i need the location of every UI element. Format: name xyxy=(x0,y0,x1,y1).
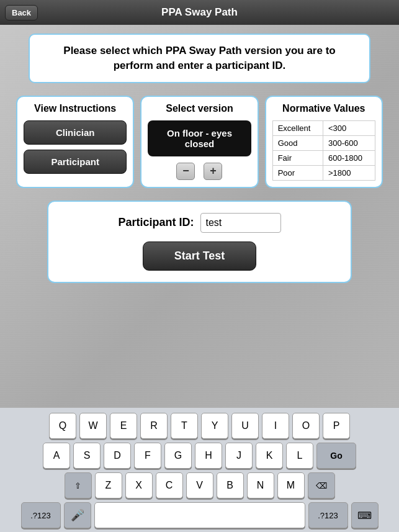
key-i[interactable]: I xyxy=(262,413,289,439)
start-test-button[interactable]: Start Test xyxy=(143,241,257,271)
key-m[interactable]: M xyxy=(277,472,305,498)
norm-value: <300 xyxy=(323,120,375,135)
keyboard-row-3: ⇧ZXCVBNM⌫ xyxy=(2,472,397,498)
version-display: On floor - eyes closed xyxy=(148,120,251,156)
panel-version: Select version On floor - eyes closed − … xyxy=(140,96,258,188)
key-s[interactable]: S xyxy=(73,443,101,469)
panel-instructions-title: View Instructions xyxy=(24,103,127,114)
panel-instructions: View Instructions Clinician Participant xyxy=(16,96,134,188)
key-z[interactable]: Z xyxy=(95,472,122,498)
back-button[interactable]: Back xyxy=(5,5,38,20)
participant-button[interactable]: Participant xyxy=(24,150,127,174)
key-k[interactable]: K xyxy=(256,443,283,469)
version-minus-button[interactable]: − xyxy=(176,163,195,180)
panel-normative: Normative Values Excellent<300Good300-60… xyxy=(265,96,383,188)
panel-normative-title: Normative Values xyxy=(272,103,375,114)
norm-value: 300-600 xyxy=(323,135,375,150)
special-key[interactable]: .?123 xyxy=(21,502,61,528)
key-c[interactable]: C xyxy=(156,472,183,498)
key-f[interactable]: F xyxy=(134,443,161,469)
key-t[interactable]: T xyxy=(171,413,198,439)
version-plus-button[interactable]: + xyxy=(204,163,222,180)
key-b[interactable]: B xyxy=(217,472,244,498)
panel-version-title: Select version xyxy=(148,103,251,114)
norm-value: >1800 xyxy=(323,165,375,180)
space-key[interactable] xyxy=(94,502,305,528)
instruction-box: Please select which PPA Sway Path versio… xyxy=(29,34,370,83)
participant-section: Participant ID: Start Test xyxy=(47,201,352,283)
normative-table: Excellent<300Good300-600Fair600-1800Poor… xyxy=(272,120,375,181)
instructions-buttons: Clinician Participant xyxy=(24,120,127,174)
keyboard-row-2: ASDFGHJKLGo xyxy=(2,443,397,469)
norm-label: Poor xyxy=(272,165,323,180)
special-key-right[interactable]: .?123 xyxy=(308,502,348,528)
version-controls: − + xyxy=(148,163,251,180)
key-d[interactable]: D xyxy=(104,443,131,469)
delete-key[interactable]: ⌫ xyxy=(308,472,335,498)
key-g[interactable]: G xyxy=(164,443,192,469)
key-w[interactable]: W xyxy=(79,413,107,439)
key-e[interactable]: E xyxy=(110,413,137,439)
key-x[interactable]: X xyxy=(125,472,153,498)
main-content: Please select which PPA Sway Path versio… xyxy=(0,25,399,283)
key-v[interactable]: V xyxy=(186,472,213,498)
key-a[interactable]: A xyxy=(43,443,70,469)
participant-row: Participant ID: xyxy=(61,213,338,233)
keyboard-row-1: QWERTYUIOP xyxy=(2,413,397,439)
panels-row: View Instructions Clinician Participant … xyxy=(16,96,383,188)
emoji-key[interactable]: ⌨ xyxy=(351,502,379,528)
norm-value: 600-1800 xyxy=(323,150,375,165)
key-q[interactable]: Q xyxy=(49,413,76,439)
norm-label: Excellent xyxy=(272,120,323,135)
page-title: PPA Sway Path xyxy=(161,6,238,19)
go-key[interactable]: Go xyxy=(316,443,356,469)
key-p[interactable]: P xyxy=(323,413,350,439)
norm-label: Fair xyxy=(272,150,323,165)
mic-key[interactable]: 🎤 xyxy=(64,502,91,528)
key-y[interactable]: Y xyxy=(201,413,228,439)
participant-input[interactable] xyxy=(200,213,281,233)
key-u[interactable]: U xyxy=(231,413,259,439)
key-n[interactable]: N xyxy=(247,472,274,498)
norm-label: Good xyxy=(272,135,323,150)
key-o[interactable]: O xyxy=(292,413,320,439)
key-h[interactable]: H xyxy=(195,443,222,469)
shift-key[interactable]: ⇧ xyxy=(65,472,92,498)
instruction-text: Please select which PPA Sway Path versio… xyxy=(63,45,335,71)
keyboard: QWERTYUIOP ASDFGHJKLGo ⇧ZXCVBNM⌫ .?123 🎤… xyxy=(0,407,399,532)
clinician-button[interactable]: Clinician xyxy=(24,120,127,145)
nav-bar: Back PPA Sway Path xyxy=(0,0,399,25)
keyboard-bottom-row: .?123 🎤 .?123 ⌨ xyxy=(2,502,397,528)
participant-label: Participant ID: xyxy=(118,216,194,229)
key-j[interactable]: J xyxy=(225,443,253,469)
key-r[interactable]: R xyxy=(140,413,168,439)
key-l[interactable]: L xyxy=(286,443,313,469)
